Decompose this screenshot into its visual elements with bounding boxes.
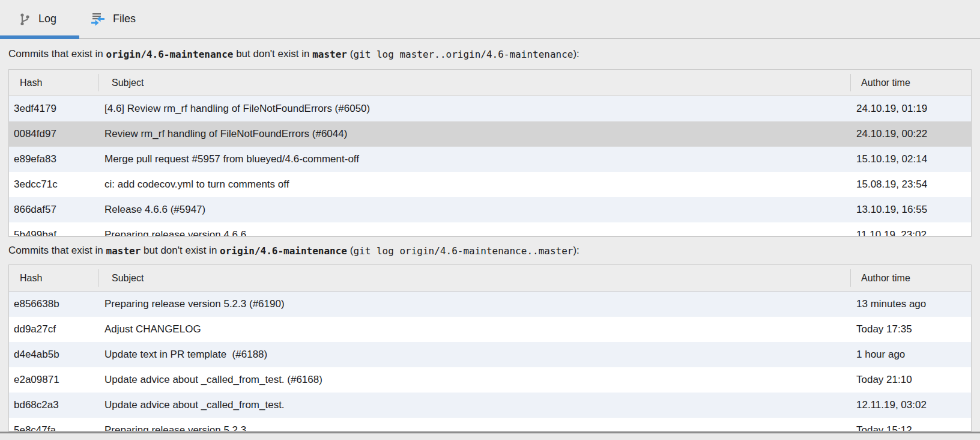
- table-row[interactable]: 5b499baf Preparing release version 4.6.6…: [9, 222, 971, 237]
- table-row[interactable]: 0084fd97 Review rm_rf handling of FileNo…: [9, 121, 971, 147]
- column-header-author-time[interactable]: Author time: [850, 265, 971, 291]
- table-row[interactable]: e89efa83 Merge pull request #5957 from b…: [9, 147, 971, 172]
- active-tab-indicator: [0, 35, 79, 39]
- table-row[interactable]: dd9a27cf Adjust CHANGELOG Today 17:35: [9, 317, 971, 342]
- commit-hash: 3edcc71c: [9, 179, 98, 191]
- commit-author-time: 15.10.19, 02:14: [850, 153, 971, 165]
- column-header-subject[interactable]: Subject: [98, 265, 850, 291]
- commit-hash: 5e8c47fa: [9, 424, 98, 432]
- table-row[interactable]: e856638b Preparing release version 5.2.3…: [9, 292, 971, 317]
- desc-text: Commits that exist in: [8, 48, 106, 60]
- desc-text: ):: [573, 48, 579, 60]
- branch-name: origin/4.6-maintenance: [220, 245, 347, 257]
- commit-hash: e2a09871: [9, 374, 98, 386]
- table-header: Hash Subject Author time: [9, 70, 971, 96]
- commit-hash: 0084fd97: [9, 128, 98, 140]
- branch-name: master: [106, 245, 141, 257]
- commits-table-maintenance[interactable]: Hash Subject Author time 3edf4179 [4.6] …: [8, 69, 972, 237]
- commit-subject: Preparing release version 4.6.6: [98, 229, 850, 237]
- commit-hash: 5b499baf: [9, 229, 98, 237]
- commit-subject: Review rm_rf handling of FileNotFoundErr…: [98, 128, 850, 140]
- column-header-hash[interactable]: Hash: [9, 70, 98, 96]
- commit-hash: d4e4ab5b: [9, 349, 98, 361]
- commit-hash: dd9a27cf: [9, 323, 98, 335]
- commit-author-time: 1 hour ago: [850, 349, 971, 361]
- branch-name: master: [312, 49, 347, 60]
- desc-text: but don't exist in: [233, 48, 312, 60]
- table-row[interactable]: 3edf4179 [4.6] Review rm_rf handling of …: [9, 96, 971, 121]
- desc-text: but don't exist in: [141, 245, 220, 257]
- commit-subject: Update advice about _called_from_test. (…: [98, 374, 850, 386]
- commit-author-time: 11.10.19, 23:02: [850, 229, 971, 237]
- desc-text: (: [347, 245, 353, 257]
- commit-author-time: 13 minutes ago: [850, 298, 971, 310]
- commit-subject: Preparing release version 5.2.3 (#6190): [98, 298, 850, 310]
- column-header-hash[interactable]: Hash: [9, 265, 98, 291]
- commit-subject: Update text in PR template (#6188): [98, 349, 850, 361]
- commit-author-time: 13.10.19, 16:55: [850, 204, 971, 216]
- table-row[interactable]: d4e4ab5b Update text in PR template (#61…: [9, 342, 971, 367]
- branch-name: origin/4.6-maintenance: [106, 49, 234, 60]
- git-branch-icon: [18, 12, 31, 26]
- commit-author-time: 24.10.19, 01:19: [850, 103, 971, 115]
- column-header-author-time[interactable]: Author time: [850, 70, 971, 96]
- commit-subject: Merge pull request #5957 from blueyed/4.…: [98, 153, 850, 165]
- git-command: git log master..origin/4.6-maintenance: [353, 49, 573, 60]
- tab-label: Log: [38, 13, 56, 25]
- column-header-subject[interactable]: Subject: [98, 70, 850, 96]
- commit-subject: Adjust CHANGELOG: [98, 323, 850, 335]
- table-body: 3edf4179 [4.6] Review rm_rf handling of …: [9, 96, 971, 237]
- commit-subject: ci: add codecov.yml to turn comments off: [98, 179, 850, 191]
- compare-files-icon: [90, 11, 106, 27]
- commit-hash: 3edf4179: [9, 103, 98, 115]
- commit-author-time: Today 15:12: [850, 424, 971, 432]
- commit-hash: bd68c2a3: [9, 399, 98, 411]
- table-body: e856638b Preparing release version 5.2.3…: [9, 292, 971, 432]
- tab-label: Files: [113, 13, 136, 25]
- commit-subject: Preparing release version 5.2.3: [98, 424, 850, 432]
- commits-table-master[interactable]: Hash Subject Author time e856638b Prepar…: [8, 264, 972, 432]
- commit-subject: [4.6] Review rm_rf handling of FileNotFo…: [98, 103, 850, 115]
- bottom-strip: [0, 433, 980, 440]
- git-command: git log origin/4.6-maintenance..master: [353, 245, 573, 257]
- commit-subject: Release 4.6.6 (#5947): [98, 204, 850, 216]
- table-row[interactable]: bd68c2a3 Update advice about _called_fro…: [9, 393, 971, 418]
- table-row[interactable]: 866daf57 Release 4.6.6 (#5947) 13.10.19,…: [9, 197, 971, 222]
- section-description-behind: Commits that exist in master but don't e…: [0, 237, 980, 264]
- commit-author-time: Today 17:35: [850, 323, 971, 335]
- commit-author-time: 15.08.19, 23:54: [850, 179, 971, 191]
- commit-hash: e89efa83: [9, 153, 98, 165]
- commit-author-time: 12.11.19, 03:02: [850, 399, 971, 411]
- desc-text: ):: [573, 245, 579, 257]
- commit-author-time: Today 21:10: [850, 374, 971, 386]
- table-row[interactable]: 5e8c47fa Preparing release version 5.2.3…: [9, 418, 971, 432]
- table-header: Hash Subject Author time: [9, 265, 971, 292]
- commit-hash: e856638b: [9, 298, 98, 310]
- commit-subject: Update advice about _called_from_test.: [98, 399, 850, 411]
- table-row[interactable]: e2a09871 Update advice about _called_fro…: [9, 367, 971, 393]
- desc-text: (: [347, 48, 353, 60]
- table-row[interactable]: 3edcc71c ci: add codecov.yml to turn com…: [9, 172, 971, 197]
- commit-hash: 866daf57: [9, 204, 98, 216]
- desc-text: Commits that exist in: [8, 245, 106, 257]
- section-description-ahead: Commits that exist in origin/4.6-mainten…: [0, 39, 980, 69]
- commit-author-time: 24.10.19, 00:22: [850, 128, 971, 140]
- tab-bar: Log Files: [0, 0, 980, 39]
- tab-log[interactable]: Log: [0, 0, 79, 38]
- tab-files[interactable]: Files: [79, 0, 150, 38]
